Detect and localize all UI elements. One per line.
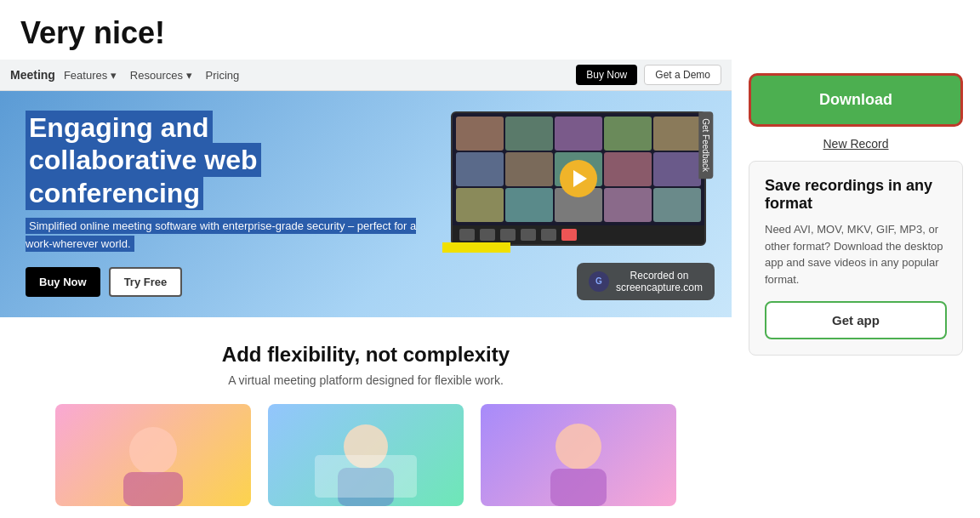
nav-right: Buy Now Get a Demo	[576, 65, 721, 85]
video-cell	[653, 188, 701, 222]
screencapture-logo-icon: G	[589, 271, 609, 292]
save-recordings-card: Save recordings in any format Need AVI, …	[749, 161, 963, 356]
video-cell	[604, 117, 652, 151]
toolbar-btn	[541, 229, 556, 241]
svg-point-5	[556, 424, 601, 470]
svg-point-0	[129, 427, 177, 475]
bottom-images	[34, 404, 698, 506]
nav-pricing[interactable]: Pricing	[206, 69, 240, 82]
video-cell	[456, 188, 504, 222]
save-recordings-text: Need AVI, MOV, MKV, GIF, MP3, or other f…	[765, 221, 947, 287]
yellow-bar-decoration	[442, 242, 510, 253]
toolbar-end-btn	[561, 229, 577, 241]
video-cell	[653, 117, 701, 151]
video-toolbar	[453, 225, 704, 244]
toolbar-btn	[459, 229, 475, 241]
download-button[interactable]: Download	[749, 73, 963, 127]
play-triangle-icon	[573, 170, 587, 187]
video-cell	[505, 117, 553, 151]
browser-nav: Meeting Features ▾ Resources ▾ Pricing B…	[0, 60, 732, 91]
toolbar-btn	[521, 229, 536, 241]
nav-features[interactable]: Features ▾	[64, 69, 117, 82]
nav-get-demo-button[interactable]: Get a Demo	[644, 65, 721, 85]
video-cell	[456, 117, 504, 151]
bottom-image-2	[268, 404, 464, 506]
bottom-image-3	[481, 404, 676, 506]
hero-buttons: Buy Now Try Free	[26, 267, 434, 297]
video-cell	[555, 117, 602, 151]
get-feedback-tab[interactable]: Get Feedback	[699, 111, 714, 179]
video-cell	[604, 152, 652, 186]
video-cell	[604, 188, 652, 222]
bottom-heading: Add flexibility, not complexity	[34, 343, 698, 367]
nav-resources[interactable]: Resources ▾	[130, 69, 192, 82]
hero-heading: Engaging and collaborative web conferenc…	[26, 111, 434, 209]
screencapture-badge: G Recorded on screencapture.com	[577, 263, 715, 300]
toolbar-btn	[480, 229, 495, 241]
screencapture-line2: screencapture.com	[616, 282, 703, 293]
svg-rect-6	[550, 469, 607, 506]
svg-rect-1	[123, 472, 183, 506]
bottom-subtext: A virtual meeting platform designed for …	[34, 373, 698, 387]
hero-video: Get Feedback	[451, 111, 706, 246]
nav-links: Features ▾ Resources ▾ Pricing	[64, 69, 239, 82]
screencapture-line1: Recorded on	[616, 270, 703, 282]
svg-rect-4	[315, 455, 417, 498]
video-mockup	[451, 111, 706, 246]
person-illustration-3	[481, 404, 676, 506]
new-record-link[interactable]: New Record	[749, 137, 963, 151]
person-illustration-2	[268, 404, 464, 506]
browser-area: Meeting Features ▾ Resources ▾ Pricing B…	[0, 60, 732, 518]
save-recordings-title: Save recordings in any format	[765, 177, 947, 213]
bottom-image-1	[55, 404, 251, 506]
bottom-section: Add flexibility, not complexity A virtua…	[0, 317, 732, 518]
hero-subtext: Simplified online meeting software with …	[26, 218, 434, 253]
person-illustration-1	[55, 404, 251, 506]
right-panel: Download New Record Save recordings in a…	[732, 60, 980, 518]
get-app-button[interactable]: Get app	[765, 301, 947, 339]
screencapture-text: Recorded on screencapture.com	[616, 270, 703, 293]
hero-buy-now-button[interactable]: Buy Now	[26, 267, 100, 297]
play-button[interactable]	[560, 160, 597, 197]
nav-buy-now-button[interactable]: Buy Now	[576, 65, 637, 85]
nav-logo: Meeting	[10, 68, 55, 82]
page-title: Very nice!	[0, 0, 980, 60]
video-cell	[505, 188, 553, 222]
toolbar-btn	[500, 229, 516, 241]
hero-section: Engaging and collaborative web conferenc…	[0, 91, 732, 317]
video-cell	[456, 152, 504, 186]
hero-try-free-button[interactable]: Try Free	[109, 267, 183, 297]
video-cell	[653, 152, 701, 186]
video-cell	[505, 152, 553, 186]
hero-text: Engaging and collaborative web conferenc…	[26, 111, 434, 297]
